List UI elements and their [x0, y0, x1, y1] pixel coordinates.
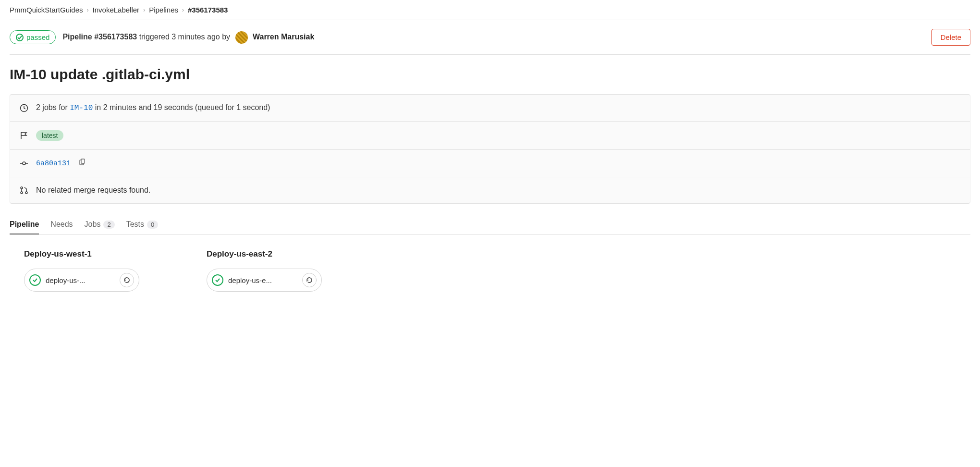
author-name[interactable]: Warren Marusiak — [253, 33, 314, 41]
tab-label: Tests — [126, 220, 144, 229]
info-row-jobs: 2 jobs for IM-10 in 2 minutes and 19 sec… — [10, 95, 970, 122]
info-row-merge: No related merge requests found. — [10, 177, 970, 203]
jobs-prefix: 2 jobs for — [36, 103, 68, 111]
tabs: Pipeline Needs Jobs 2 Tests 0 — [10, 215, 970, 235]
commit-link[interactable]: 6a80a131 — [36, 160, 71, 168]
stage-title: Deploy-us-west-1 — [24, 249, 139, 259]
delete-button[interactable]: Delete — [931, 29, 970, 46]
job-pill[interactable]: deploy-us-... — [24, 269, 139, 292]
retry-button[interactable] — [302, 273, 317, 287]
chevron-right-icon: › — [182, 7, 184, 13]
stage: Deploy-us-east-2 deploy-us-e... — [207, 249, 322, 292]
job-name: deploy-us-... — [46, 276, 115, 284]
stages: Deploy-us-west-1 deploy-us-... Deploy-us… — [10, 249, 970, 292]
tab-label: Pipeline — [10, 220, 39, 229]
branch-link[interactable]: IM-10 — [70, 104, 93, 112]
pipeline-info: Pipeline #356173583 triggered 3 minutes … — [62, 31, 314, 44]
pipeline-header: passed Pipeline #356173583 triggered 3 m… — [10, 20, 970, 55]
svg-point-6 — [21, 187, 23, 189]
chevron-right-icon: › — [143, 7, 145, 13]
breadcrumb-item[interactable]: Pipelines — [149, 6, 178, 14]
triggered-text: triggered 3 minutes ago by — [139, 33, 230, 41]
latest-badge: latest — [36, 130, 63, 141]
tab-tests[interactable]: Tests 0 — [126, 215, 159, 234]
page-title: IM-10 update .gitlab-ci.yml — [10, 55, 970, 94]
tab-pipeline[interactable]: Pipeline — [10, 215, 39, 234]
merge-requests-text: No related merge requests found. — [36, 186, 150, 195]
check-circle-icon — [16, 34, 24, 41]
tab-count: 2 — [103, 221, 114, 229]
status-badge[interactable]: passed — [10, 30, 56, 44]
flag-icon — [20, 131, 28, 140]
svg-point-1 — [23, 162, 25, 165]
tab-jobs[interactable]: Jobs 2 — [85, 215, 115, 234]
job-pill[interactable]: deploy-us-e... — [207, 269, 322, 292]
stage: Deploy-us-west-1 deploy-us-... — [24, 249, 139, 292]
check-circle-icon — [29, 274, 41, 286]
avatar[interactable] — [235, 31, 248, 44]
info-box: 2 jobs for IM-10 in 2 minutes and 19 sec… — [10, 94, 970, 204]
info-row-latest: latest — [10, 122, 970, 150]
pipeline-label: Pipeline — [62, 33, 92, 41]
commit-icon — [20, 159, 28, 168]
copy-icon[interactable] — [78, 159, 86, 168]
stage-title: Deploy-us-east-2 — [207, 249, 322, 259]
info-row-commit: 6a80a131 — [10, 150, 970, 177]
status-label: passed — [26, 33, 49, 41]
pipeline-id[interactable]: #356173583 — [94, 33, 137, 41]
breadcrumb-item[interactable]: PmmQuickStartGuides — [10, 6, 83, 14]
check-circle-icon — [212, 274, 223, 286]
chevron-right-icon: › — [87, 7, 89, 13]
clock-icon — [20, 104, 28, 112]
svg-point-7 — [21, 192, 23, 194]
tab-label: Needs — [50, 220, 73, 229]
retry-button[interactable] — [120, 273, 134, 287]
merge-request-icon — [20, 186, 28, 195]
svg-point-8 — [25, 192, 27, 194]
breadcrumb: PmmQuickStartGuides › InvokeLabeller › P… — [10, 0, 970, 20]
tab-label: Jobs — [85, 220, 101, 229]
tab-count: 0 — [147, 221, 158, 229]
breadcrumb-current: #356173583 — [188, 6, 228, 14]
jobs-suffix: in 2 minutes and 19 seconds (queued for … — [95, 103, 270, 111]
breadcrumb-item[interactable]: InvokeLabeller — [93, 6, 140, 14]
svg-rect-5 — [81, 159, 85, 163]
job-name: deploy-us-e... — [228, 276, 297, 284]
tab-needs[interactable]: Needs — [50, 215, 73, 234]
